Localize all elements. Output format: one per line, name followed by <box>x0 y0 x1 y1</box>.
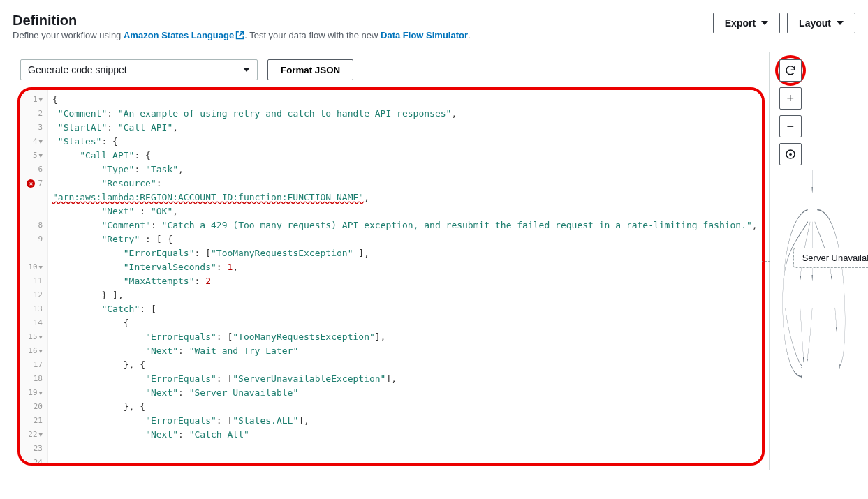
gutter: 1▼ 2 3 4▼ 5▼ 6 ✕7 8 9 10▼ 11 12 13 14 15… <box>20 90 48 463</box>
zoom-in-button[interactable]: + <box>779 87 802 110</box>
caret-down-icon <box>243 68 250 72</box>
code-content[interactable]: { "Comment": "An example of using retry … <box>48 90 762 463</box>
format-json-button[interactable]: Format JSON <box>267 59 353 80</box>
link-simulator[interactable]: Data Flow Simulator <box>381 30 468 40</box>
export-button[interactable]: Export <box>713 13 780 33</box>
page-title: Definition <box>13 13 471 29</box>
caret-down-icon <box>837 21 844 25</box>
snippet-select[interactable]: Generate code snippet <box>20 59 258 80</box>
error-icon: ✕ <box>27 179 35 188</box>
link-asl[interactable]: Amazon States Language <box>124 30 244 40</box>
editor-highlight-annotation: 1▼ 2 3 4▼ 5▼ 6 ✕7 8 9 10▼ 11 12 13 14 15… <box>17 87 765 466</box>
page-subtitle: Define your workflow using Amazon States… <box>13 30 471 42</box>
graph-panel: + − <box>770 52 855 470</box>
external-link-icon <box>235 31 244 42</box>
editor-panel: Generate code snippet Format JSON 1▼ 2 3… <box>13 52 770 470</box>
refresh-icon <box>784 64 797 77</box>
caret-down-icon <box>761 21 768 25</box>
node-server-unavailable[interactable]: Server Unavailable <box>793 248 868 268</box>
code-editor[interactable]: 1▼ 2 3 4▼ 5▼ 6 ✕7 8 9 10▼ 11 12 13 14 15… <box>20 90 762 463</box>
plus-icon: + <box>786 91 794 106</box>
refresh-button[interactable] <box>779 59 802 82</box>
layout-button[interactable]: Layout <box>787 13 855 33</box>
